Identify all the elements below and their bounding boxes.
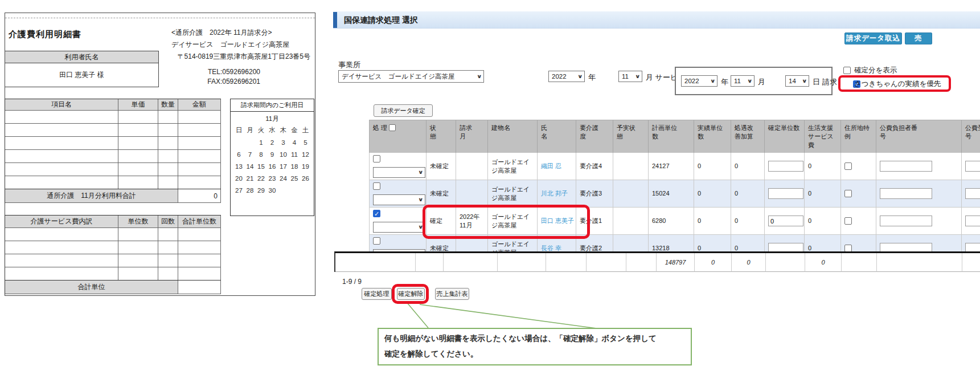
provider-fax: FAX:0592696201 xyxy=(142,78,260,86)
calendar-month: 11月 xyxy=(231,113,314,124)
chevron-down-icon: ∨ xyxy=(418,224,424,231)
status-cell: 未確定 xyxy=(427,235,456,251)
kohi-payer-input[interactable] xyxy=(880,216,932,226)
kohi-recipient-input[interactable] xyxy=(965,161,980,172)
sales-summary-button[interactable]: 売上集計表 xyxy=(435,288,469,300)
header-actual-units: 実績単位数 xyxy=(694,120,731,153)
header-kohi-payer-number: 公費負担者番号 xyxy=(876,120,962,153)
header-kohi-recipient-number: 公費受給者番号 xyxy=(962,120,980,153)
billing-month-select[interactable]: 11∨ xyxy=(731,75,755,87)
calendar-day: 15 xyxy=(256,160,267,172)
address-special-checkbox[interactable] xyxy=(844,217,852,225)
chevron-down-icon: ∨ xyxy=(577,74,583,79)
page-header-band: 国保連請求処理 選択 xyxy=(333,11,980,29)
import-billing-data-button[interactable]: 請求データ取込 xyxy=(844,32,902,44)
calendar-dates: 1234567891011121314151617181920212223242… xyxy=(231,136,314,196)
billing-month-cell xyxy=(456,235,488,251)
summary-actual-units: 0 xyxy=(695,253,732,272)
calendar-week-row: 13141516171819 xyxy=(231,160,314,172)
resident-name-link[interactable]: 長谷 幸 xyxy=(541,244,561,251)
unconfirm-button[interactable]: 確定解除 xyxy=(397,288,425,300)
table-row: ∨ 未確定 ゴールドエイジ高茶屋 長谷 幸 要介護2 13218 0 0 0 xyxy=(369,235,980,251)
calendar-day: 28 xyxy=(244,184,256,196)
calendar-day: 25 xyxy=(289,172,300,184)
calendar-day: 5 xyxy=(300,136,311,148)
header-process: 処 理 xyxy=(370,120,427,153)
resident-name-link[interactable]: 田口 恵美子 xyxy=(541,217,574,225)
row-action-select[interactable]: ∨ xyxy=(373,222,425,233)
billing-table: 処 理 状態 請求月 建物名 氏名 要介護度 予実状態 計画単位数 実績単位数 … xyxy=(369,120,980,251)
billing-year-suffix: 年 xyxy=(721,77,728,87)
row-action-select[interactable]: ∨ xyxy=(373,167,425,178)
chevron-down-icon: ∨ xyxy=(710,78,716,84)
plan-units-cell: 24127 xyxy=(649,153,694,180)
calendar-day: 19 xyxy=(300,160,311,172)
kohi-payer-input[interactable] xyxy=(880,188,932,199)
confirm-process-button[interactable]: 確定処理 xyxy=(362,288,392,300)
row-select-checkbox[interactable] xyxy=(373,155,380,162)
provider-address: 〒514-0819三重県津市高茶屋1丁目23番5号 xyxy=(142,52,310,62)
select-all-checkbox[interactable] xyxy=(389,124,396,131)
calendar-weekday: 火 xyxy=(256,124,267,136)
care-fee-statement-document: 介護費利用明細書 <通所介護 2022年 11月請求分> デイサービス ゴールド… xyxy=(5,13,315,296)
summary-plan-units: 148797 xyxy=(657,253,695,272)
sales-button[interactable]: 売 xyxy=(905,32,932,44)
calendar-day: 14 xyxy=(244,160,256,172)
office-select[interactable]: デイサービス ゴールドエイジ高茶屋 ∨ xyxy=(338,70,484,83)
service-month-select[interactable]: 11∨ xyxy=(618,71,642,82)
confirm-billing-data-button[interactable]: 請求データ確定 xyxy=(374,104,433,117)
header-care-level: 要介護度 xyxy=(576,120,613,153)
calendar-day: 27 xyxy=(233,184,245,196)
resident-name-link[interactable]: 織田 忍 xyxy=(541,162,561,170)
kohi-payer-input[interactable] xyxy=(880,161,932,172)
calendar-day: 17 xyxy=(278,160,289,172)
provider-name: デイサービス ゴールドエイジ高茶屋 xyxy=(171,40,289,50)
life-support-cell: 0 xyxy=(805,208,841,235)
billing-year-select[interactable]: 2022∨ xyxy=(681,75,717,87)
empty-cell xyxy=(5,137,118,150)
fixed-units-input[interactable] xyxy=(768,161,803,172)
kohi-recipient-input[interactable] xyxy=(965,243,980,251)
billing-month-cell xyxy=(456,153,488,180)
kohi-payer-input[interactable] xyxy=(880,243,932,251)
empty-cell xyxy=(5,124,118,137)
header-accent-bar xyxy=(333,12,337,28)
address-special-checkbox[interactable] xyxy=(844,190,852,197)
plan-actual-status-cell xyxy=(613,235,649,251)
billing-day-select[interactable]: 14∨ xyxy=(785,75,809,87)
kohi-recipient-input[interactable] xyxy=(965,216,980,226)
summary-treatment-add: 0 xyxy=(732,253,766,272)
empty-cell xyxy=(5,228,118,241)
fixed-units-input[interactable] xyxy=(768,188,803,199)
items-header-amount: 金額 xyxy=(178,99,221,111)
plan-actual-status-cell xyxy=(613,153,649,180)
calendar-week-row: 20212223242526 xyxy=(231,172,314,184)
annotation-line1: 何も明細がない明細書を表示したくない場合は、「確定解除」ボタンを押して xyxy=(384,334,657,344)
billing-day-suffix: 日 xyxy=(813,77,820,87)
kohi-recipient-input[interactable] xyxy=(965,188,980,199)
row-action-select[interactable]: ∨ xyxy=(373,194,425,205)
calendar-day xyxy=(300,184,311,196)
resident-name-link[interactable]: 川北 邦子 xyxy=(541,189,568,197)
fixed-units-input[interactable] xyxy=(768,243,803,251)
user-name-cell: 田口 恵美子 様 xyxy=(5,63,159,87)
calendar-day: 20 xyxy=(233,172,245,184)
service-year-select[interactable]: 2022∨ xyxy=(548,71,585,82)
show-confirmed-label: 確定分を表示 xyxy=(854,66,897,75)
treatment-add-cell: 0 xyxy=(731,235,765,251)
address-special-checkbox[interactable] xyxy=(844,245,852,251)
billing-action-label: 請求 xyxy=(822,77,837,87)
treatment-add-cell: 0 xyxy=(731,180,765,208)
calendar-weekday: 水 xyxy=(266,124,278,136)
building-cell: ゴールドエイジ高茶屋 xyxy=(488,235,538,251)
row-select-checkbox[interactable] xyxy=(373,182,380,190)
calendar-day: 1 xyxy=(256,136,267,148)
address-special-checkbox[interactable] xyxy=(844,162,852,170)
plan-units-cell: 15024 xyxy=(649,180,694,208)
row-select-checkbox[interactable] xyxy=(373,210,380,217)
row-select-checkbox[interactable] xyxy=(373,237,380,245)
fixed-units-input[interactable] xyxy=(768,216,803,226)
show-confirmed-checkbox[interactable] xyxy=(843,67,851,74)
calendar-weekday: 日 xyxy=(233,124,245,136)
table-row: ∨ 未確定 ゴールドエイジ高茶屋 織田 忍 要介護4 24127 0 0 0 xyxy=(369,153,980,180)
